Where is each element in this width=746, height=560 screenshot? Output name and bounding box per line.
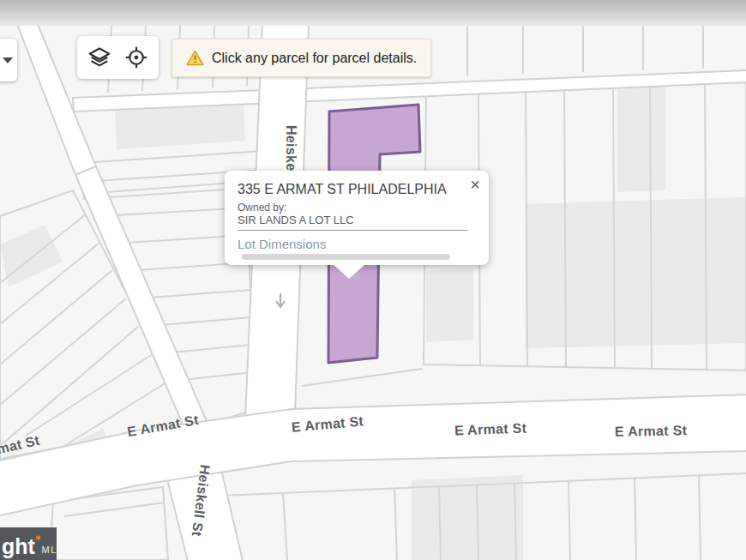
popup-owned-by-label: Owned by: xyxy=(238,202,476,214)
street-label-e-armat-4: E Armat St xyxy=(615,423,688,439)
watermark-logo-fragment: ght xyxy=(2,537,35,556)
chevron-down-icon xyxy=(3,57,13,63)
window-chrome-strip xyxy=(0,0,746,26)
close-icon[interactable]: × xyxy=(468,174,482,195)
info-banner-text: Click any parcel for parcel details. xyxy=(212,51,417,66)
app-window: mat St E Armat St E Armat St E Armat St … xyxy=(0,0,746,560)
collapse-panel-button[interactable] xyxy=(0,39,17,81)
popup-divider xyxy=(238,230,467,231)
street-label-e-armat-3: E Armat St xyxy=(454,421,527,439)
watermark-spark-icon: ✱ xyxy=(35,534,41,542)
layers-button[interactable] xyxy=(85,43,114,72)
popup-owner-name: SIR LANDS A LOT LLC xyxy=(238,214,476,227)
locate-crosshair-icon xyxy=(123,45,149,70)
popup-horizontal-scrollbar[interactable] xyxy=(242,254,450,260)
parcel-popup: × 335 E ARMAT ST PHILADELPHIA Owned by: … xyxy=(225,171,489,265)
warning-icon xyxy=(186,50,204,66)
info-banner: Click any parcel for parcel details. xyxy=(171,39,431,77)
locate-button[interactable] xyxy=(122,43,151,72)
popup-title: 335 E ARMAT ST PHILADELPHIA xyxy=(238,181,476,197)
map-canvas[interactable] xyxy=(0,0,746,560)
lot-dimensions-link[interactable]: Lot Dimensions xyxy=(238,237,326,251)
map-tools-toolbar xyxy=(77,36,159,79)
brand-watermark: ght ✱ MLS xyxy=(0,527,57,560)
layers-icon xyxy=(87,45,112,70)
popup-pointer xyxy=(333,264,365,279)
watermark-mls-label: MLS xyxy=(42,545,65,555)
